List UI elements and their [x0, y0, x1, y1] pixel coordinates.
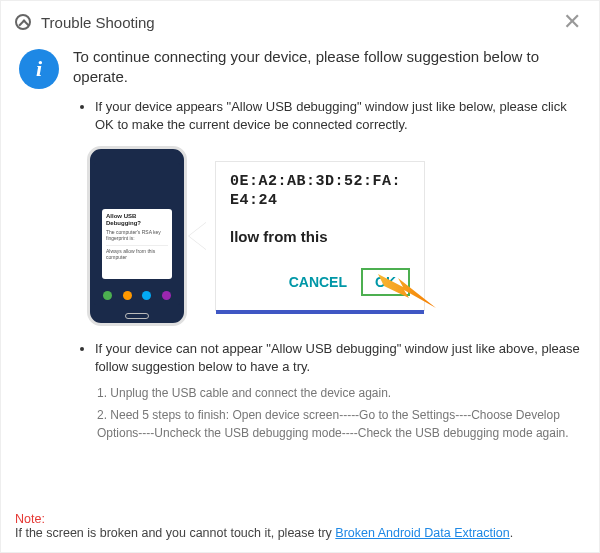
- body: To continue connecting your device, plea…: [73, 47, 581, 456]
- illustration: Allow USB Debugging? The computer's RSA …: [87, 146, 581, 326]
- window-title: Trouble Shooting: [41, 14, 155, 31]
- note-link[interactable]: Broken Android Data Extraction: [335, 526, 509, 540]
- instruction-list: If your device appears "Allow USB debugg…: [73, 98, 581, 443]
- step-2: 2. Need 5 steps to finish: Open device s…: [97, 406, 581, 442]
- note-text: If the screen is broken and you cannot t…: [15, 526, 335, 540]
- instruction-2: If your device can not appear "Allow USB…: [95, 340, 581, 442]
- phone-dialog-always: Always allow from this computer: [106, 245, 168, 260]
- mac-line-1: 0E:A2:AB:3D:52:FA:: [230, 172, 414, 192]
- phone-dialog-body: The computer's RSA key fingerprint is:: [106, 229, 168, 241]
- instruction-1-text: If your device appears "Allow USB debugg…: [95, 99, 567, 132]
- ok-button[interactable]: OK: [361, 268, 410, 296]
- note-label: Note:: [15, 512, 45, 526]
- info-icon: i: [19, 49, 59, 89]
- titlebar: Trouble Shooting ✕: [1, 1, 599, 41]
- note: Note: If the screen is broken and you ca…: [15, 512, 585, 540]
- steps: 1. Unplug the USB cable and connect the …: [95, 384, 581, 442]
- zoom-panel: 0E:A2:AB:3D:52:FA: E4:24 llow from this …: [215, 161, 425, 311]
- instruction-2-text: If your device can not appear "Allow USB…: [95, 341, 580, 374]
- refresh-icon: [15, 14, 31, 30]
- home-button-icon: [125, 313, 149, 319]
- content: i To continue connecting your device, pl…: [1, 41, 599, 456]
- phone-dialog-title: Allow USB Debugging?: [106, 213, 168, 227]
- headline: To continue connecting your device, plea…: [73, 47, 581, 88]
- note-suffix: .: [510, 526, 513, 540]
- phone-dock: [98, 289, 176, 303]
- instruction-1: If your device appears "Allow USB debugg…: [95, 98, 581, 326]
- zoom-sub: llow from this: [230, 227, 414, 247]
- phone-mock: Allow USB Debugging? The computer's RSA …: [87, 146, 187, 326]
- mac-line-2: E4:24: [230, 191, 414, 211]
- step-1: 1. Unplug the USB cable and connect the …: [97, 384, 581, 402]
- close-icon[interactable]: ✕: [559, 11, 585, 33]
- cancel-button[interactable]: CANCEL: [289, 273, 347, 291]
- phone-dialog: Allow USB Debugging? The computer's RSA …: [102, 209, 172, 279]
- callout-arrow-icon: [189, 222, 207, 250]
